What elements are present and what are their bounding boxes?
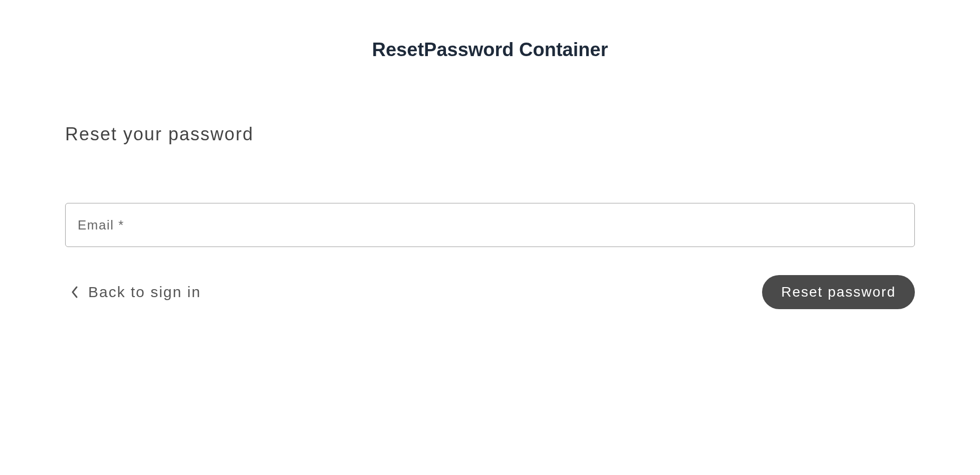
back-link-label: Back to sign in xyxy=(88,284,201,301)
form-heading: Reset your password xyxy=(65,124,915,145)
back-to-signin-link[interactable]: Back to sign in xyxy=(65,280,206,305)
email-field-wrapper xyxy=(65,203,915,247)
reset-password-form: Reset your password Back to sign in Rese… xyxy=(0,124,980,309)
reset-password-button[interactable]: Reset password xyxy=(762,275,915,309)
email-input[interactable] xyxy=(65,203,915,247)
form-actions-row: Back to sign in Reset password xyxy=(65,275,915,309)
chevron-left-icon xyxy=(70,285,79,300)
page-title: ResetPassword Container xyxy=(0,0,980,61)
